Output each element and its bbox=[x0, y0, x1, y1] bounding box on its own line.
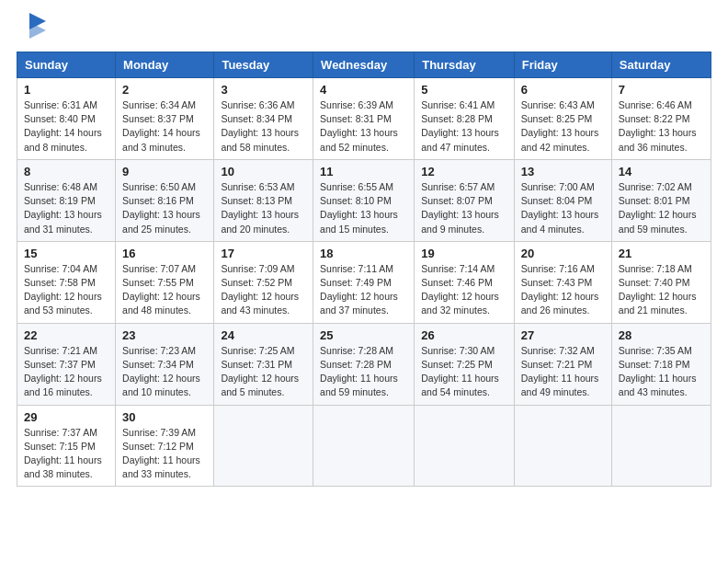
daylight-label: Daylight: 12 hours and 48 minutes. bbox=[122, 291, 200, 316]
col-saturday: Saturday bbox=[611, 52, 711, 78]
daylight-label: Daylight: 11 hours and 54 minutes. bbox=[421, 373, 499, 397]
day-info: Sunrise: 7:37 AM Sunset: 7:15 PM Dayligh… bbox=[24, 426, 108, 482]
daylight-label: Daylight: 13 hours and 31 minutes. bbox=[24, 209, 102, 234]
calendar-week-row: 22 Sunrise: 7:21 AM Sunset: 7:37 PM Dayl… bbox=[17, 323, 711, 405]
sunset-label: Sunset: 7:25 PM bbox=[421, 359, 493, 370]
day-number: 28 bbox=[619, 328, 704, 342]
daylight-label: Daylight: 12 hours and 59 minutes. bbox=[619, 209, 697, 234]
daylight-label: Daylight: 13 hours and 9 minutes. bbox=[421, 209, 499, 234]
daylight-label: Daylight: 12 hours and 10 minutes. bbox=[122, 373, 200, 397]
sunset-label: Sunset: 7:55 PM bbox=[122, 277, 194, 288]
sunset-label: Sunset: 7:40 PM bbox=[619, 277, 690, 288]
day-number: 25 bbox=[320, 328, 407, 342]
sunrise-label: Sunrise: 7:30 AM bbox=[421, 345, 495, 356]
daylight-label: Daylight: 12 hours and 26 minutes. bbox=[521, 291, 599, 316]
sunrise-label: Sunrise: 7:28 AM bbox=[320, 345, 393, 356]
day-number: 14 bbox=[619, 165, 704, 178]
calendar-cell bbox=[214, 405, 313, 487]
sunset-label: Sunset: 7:15 PM bbox=[24, 441, 96, 452]
day-number: 3 bbox=[221, 83, 306, 97]
calendar-cell bbox=[611, 405, 711, 487]
day-info: Sunrise: 7:25 AM Sunset: 7:31 PM Dayligh… bbox=[221, 344, 306, 400]
sunrise-label: Sunrise: 7:14 AM bbox=[421, 263, 495, 274]
calendar-cell: 24 Sunrise: 7:25 AM Sunset: 7:31 PM Dayl… bbox=[214, 323, 313, 405]
calendar-cell: 21 Sunrise: 7:18 AM Sunset: 7:40 PM Dayl… bbox=[611, 241, 711, 323]
day-number: 18 bbox=[320, 247, 407, 260]
col-thursday: Thursday bbox=[415, 52, 514, 78]
calendar-cell: 4 Sunrise: 6:39 AM Sunset: 8:31 PM Dayli… bbox=[313, 78, 415, 160]
daylight-label: Daylight: 13 hours and 20 minutes. bbox=[221, 209, 299, 234]
sunrise-label: Sunrise: 7:00 AM bbox=[521, 181, 595, 192]
sunset-label: Sunset: 8:28 PM bbox=[421, 113, 493, 124]
sunrise-label: Sunrise: 7:04 AM bbox=[24, 263, 97, 274]
day-info: Sunrise: 7:04 AM Sunset: 7:58 PM Dayligh… bbox=[24, 262, 108, 318]
day-info: Sunrise: 7:30 AM Sunset: 7:25 PM Dayligh… bbox=[421, 344, 506, 400]
day-info: Sunrise: 6:55 AM Sunset: 8:10 PM Dayligh… bbox=[320, 180, 407, 236]
daylight-label: Daylight: 13 hours and 42 minutes. bbox=[521, 127, 599, 152]
calendar-cell bbox=[514, 405, 611, 487]
calendar-week-row: 29 Sunrise: 7:37 AM Sunset: 7:15 PM Dayl… bbox=[17, 405, 711, 487]
day-info: Sunrise: 6:57 AM Sunset: 8:07 PM Dayligh… bbox=[421, 180, 506, 236]
calendar-cell: 9 Sunrise: 6:50 AM Sunset: 8:16 PM Dayli… bbox=[116, 159, 214, 241]
day-info: Sunrise: 6:34 AM Sunset: 8:37 PM Dayligh… bbox=[122, 98, 207, 155]
calendar-cell: 15 Sunrise: 7:04 AM Sunset: 7:58 PM Dayl… bbox=[17, 241, 116, 323]
col-sunday: Sunday bbox=[17, 52, 116, 78]
sunset-label: Sunset: 7:58 PM bbox=[24, 277, 96, 288]
page: Sunday Monday Tuesday Wednesday Thursday… bbox=[0, 0, 728, 563]
day-number: 1 bbox=[24, 83, 108, 97]
sunset-label: Sunset: 8:10 PM bbox=[320, 195, 392, 206]
sunrise-label: Sunrise: 6:36 AM bbox=[221, 99, 294, 110]
daylight-label: Daylight: 12 hours and 53 minutes. bbox=[24, 291, 102, 316]
day-info: Sunrise: 6:48 AM Sunset: 8:19 PM Dayligh… bbox=[24, 180, 108, 236]
daylight-label: Daylight: 11 hours and 49 minutes. bbox=[521, 373, 599, 397]
col-friday: Friday bbox=[514, 52, 611, 78]
day-number: 30 bbox=[122, 410, 207, 424]
sunrise-label: Sunrise: 6:31 AM bbox=[24, 99, 97, 110]
sunrise-label: Sunrise: 7:09 AM bbox=[221, 263, 294, 274]
calendar-cell: 11 Sunrise: 6:55 AM Sunset: 8:10 PM Dayl… bbox=[313, 159, 415, 241]
daylight-label: Daylight: 11 hours and 59 minutes. bbox=[320, 373, 398, 397]
sunset-label: Sunset: 7:43 PM bbox=[521, 277, 593, 288]
daylight-label: Daylight: 12 hours and 43 minutes. bbox=[221, 291, 299, 316]
daylight-label: Daylight: 12 hours and 21 minutes. bbox=[619, 291, 697, 316]
header bbox=[17, 9, 711, 46]
day-number: 21 bbox=[619, 247, 704, 260]
daylight-label: Daylight: 14 hours and 8 minutes. bbox=[24, 127, 102, 152]
sunrise-label: Sunrise: 7:37 AM bbox=[24, 427, 97, 438]
day-info: Sunrise: 7:09 AM Sunset: 7:52 PM Dayligh… bbox=[221, 262, 306, 318]
sunrise-label: Sunrise: 6:39 AM bbox=[320, 99, 393, 110]
col-wednesday: Wednesday bbox=[313, 52, 415, 78]
calendar-cell: 3 Sunrise: 6:36 AM Sunset: 8:34 PM Dayli… bbox=[214, 78, 313, 160]
day-info: Sunrise: 6:43 AM Sunset: 8:25 PM Dayligh… bbox=[521, 98, 605, 155]
calendar-cell: 5 Sunrise: 6:41 AM Sunset: 8:28 PM Dayli… bbox=[415, 78, 514, 160]
day-info: Sunrise: 7:23 AM Sunset: 7:34 PM Dayligh… bbox=[122, 344, 207, 400]
day-info: Sunrise: 6:39 AM Sunset: 8:31 PM Dayligh… bbox=[320, 98, 407, 155]
day-info: Sunrise: 7:35 AM Sunset: 7:18 PM Dayligh… bbox=[619, 344, 704, 400]
sunrise-label: Sunrise: 6:50 AM bbox=[122, 181, 196, 192]
calendar-cell: 23 Sunrise: 7:23 AM Sunset: 7:34 PM Dayl… bbox=[116, 323, 214, 405]
sunrise-label: Sunrise: 7:21 AM bbox=[24, 345, 97, 356]
calendar-week-row: 8 Sunrise: 6:48 AM Sunset: 8:19 PM Dayli… bbox=[17, 159, 711, 241]
sunrise-label: Sunrise: 6:57 AM bbox=[421, 181, 495, 192]
sunset-label: Sunset: 7:49 PM bbox=[320, 277, 392, 288]
col-monday: Monday bbox=[116, 52, 214, 78]
day-number: 13 bbox=[521, 165, 605, 178]
day-number: 8 bbox=[24, 165, 108, 178]
sunrise-label: Sunrise: 7:39 AM bbox=[122, 427, 196, 438]
day-number: 16 bbox=[122, 247, 207, 260]
sunrise-label: Sunrise: 7:32 AM bbox=[521, 345, 595, 356]
day-number: 7 bbox=[619, 83, 704, 97]
calendar-week-row: 1 Sunrise: 6:31 AM Sunset: 8:40 PM Dayli… bbox=[17, 78, 711, 160]
logo-icon bbox=[17, 9, 50, 46]
calendar-cell: 30 Sunrise: 7:39 AM Sunset: 7:12 PM Dayl… bbox=[116, 405, 214, 487]
day-info: Sunrise: 7:07 AM Sunset: 7:55 PM Dayligh… bbox=[122, 262, 207, 318]
day-number: 10 bbox=[221, 165, 306, 178]
calendar-cell: 18 Sunrise: 7:11 AM Sunset: 7:49 PM Dayl… bbox=[313, 241, 415, 323]
daylight-label: Daylight: 12 hours and 37 minutes. bbox=[320, 291, 398, 316]
calendar-table: Sunday Monday Tuesday Wednesday Thursday… bbox=[17, 52, 711, 487]
day-info: Sunrise: 7:39 AM Sunset: 7:12 PM Dayligh… bbox=[122, 426, 207, 482]
day-number: 22 bbox=[24, 328, 108, 342]
calendar-cell: 12 Sunrise: 6:57 AM Sunset: 8:07 PM Dayl… bbox=[415, 159, 514, 241]
calendar-cell: 16 Sunrise: 7:07 AM Sunset: 7:55 PM Dayl… bbox=[116, 241, 214, 323]
sunrise-label: Sunrise: 6:34 AM bbox=[122, 99, 196, 110]
